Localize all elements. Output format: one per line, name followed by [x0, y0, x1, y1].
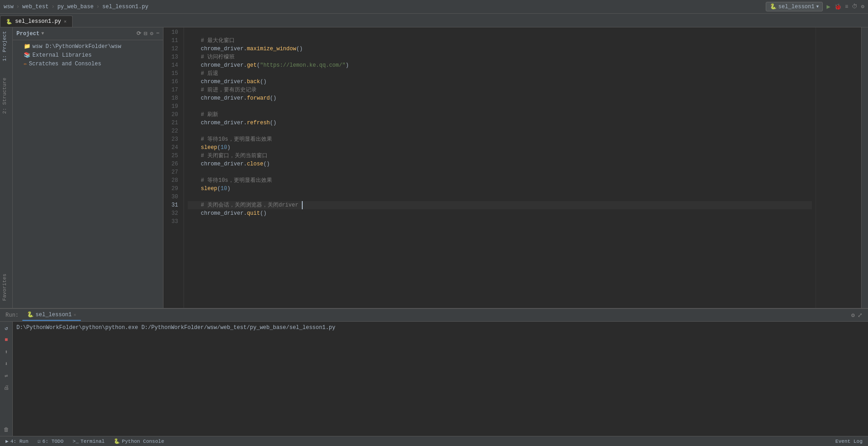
tab-label: sel_lesson1.py [15, 18, 61, 25]
breadcrumb-file[interactable]: sel_lesson1.py [102, 4, 148, 10]
status-todo[interactable]: ☑ 6: TODO [36, 438, 65, 444]
right-scrollbar[interactable] [861, 27, 868, 308]
code-line-25: # 关闭窗口，关闭当前窗口 [188, 152, 812, 160]
line-numbers: 10 11 12 13 14 15 16 17 18 19 20 21 22 2… [163, 27, 184, 308]
run-icon: ▶ [5, 438, 9, 444]
run-config-name: sel_lesson1 [779, 4, 815, 10]
code-line-13: # 访问柠檬班 [188, 53, 812, 61]
folder-icon: 📁 [24, 43, 31, 50]
code-content[interactable]: # 最大化窗口 chrome_driver.maximize_window() … [184, 27, 815, 308]
run-tab-close[interactable]: ✕ [74, 312, 76, 318]
event-log-label: Event Log [836, 439, 863, 444]
project-collapse-icon[interactable]: ⊟ [144, 30, 147, 37]
terminal-area[interactable]: D:\PythonWorkFolder\python\python.exe D:… [13, 322, 868, 436]
status-run[interactable]: ▶ 4: Run [4, 438, 30, 444]
stop-icon[interactable]: ■ [2, 335, 11, 345]
code-line-12: chrome_driver.maximize_window() [188, 45, 812, 53]
line-num-19: 19 [167, 102, 180, 111]
sidebar-item-favorites[interactable]: Favorites [0, 270, 12, 304]
line-num-31: 31 [167, 201, 180, 209]
left-activity-bar: 1: Project 2: Structure Favorites [0, 27, 13, 308]
bottom-panel-icons: ⚙ ⤢ [851, 312, 866, 319]
debug-button[interactable]: 🐞 [834, 3, 842, 11]
project-sync-icon[interactable]: ⟳ [137, 30, 141, 37]
code-editor[interactable]: 10 11 12 13 14 15 16 17 18 19 20 21 22 2… [163, 27, 868, 308]
status-bar-right: Event Log [834, 439, 864, 444]
tree-item-scratches[interactable]: ✏ Scratches and Consoles [13, 59, 163, 68]
run-tab-icon: 🐍 [27, 311, 34, 318]
soft-wrap-icon[interactable]: ⇌ [2, 371, 11, 380]
breadcrumb-wsw[interactable]: wsw [4, 4, 14, 10]
line-num-21: 21 [167, 119, 180, 127]
breadcrumb-web_test[interactable]: web_test [22, 4, 49, 10]
print-icon[interactable]: 🖨 [2, 383, 11, 392]
line-num-11: 11 [167, 37, 180, 45]
bottom-sidebar: ↺ ■ ⬆ ⬇ ⇌ 🖨 🗑 [0, 322, 13, 436]
run-config-icon: 🐍 [770, 3, 777, 10]
project-minimize-icon[interactable]: − [156, 30, 159, 37]
scroll-bottom-icon[interactable]: ⬇ [2, 359, 11, 368]
line-num-12: 12 [167, 45, 180, 53]
editor-area: 10 11 12 13 14 15 16 17 18 19 20 21 22 2… [163, 27, 868, 308]
coverage-button[interactable]: ≡ [845, 4, 848, 10]
breadcrumbs: wsw › web_test › py_web_base › sel_lesso… [4, 4, 148, 10]
scroll-top-icon[interactable]: ⬆ [2, 347, 11, 356]
project-tree: 📁 wsw D:\PythonWorkFolder\wsw 📚 External… [13, 40, 163, 308]
code-line-28: # 等待10s，更明显看出效果 [188, 176, 812, 185]
code-line-10 [188, 28, 812, 37]
breadcrumb-py_web_base[interactable]: py_web_base [58, 4, 94, 10]
project-panel: Project ▼ ⟳ ⊟ ⚙ − 📁 wsw D:\PythonWorkFol… [13, 27, 163, 308]
tree-item-wsw[interactable]: 📁 wsw D:\PythonWorkFolder\wsw [13, 42, 163, 51]
sidebar-item-structure[interactable]: 2: Structure [0, 74, 12, 117]
settings-icon[interactable]: ⚙ [851, 312, 855, 319]
line-num-15: 15 [167, 69, 180, 78]
code-line-23: # 等待10s，更明显看出效果 [188, 135, 812, 143]
code-line-33 [188, 218, 812, 226]
line-num-16: 16 [167, 78, 180, 86]
line-num-14: 14 [167, 61, 180, 69]
code-line-32: chrome_driver.quit() [188, 209, 812, 218]
minimap [815, 27, 861, 308]
status-terminal[interactable]: >_ Terminal [71, 439, 106, 444]
project-header-actions: ⟳ ⊟ ⚙ − [137, 30, 159, 37]
line-num-27: 27 [167, 168, 180, 176]
status-bar-left: ▶ 4: Run ☑ 6: TODO >_ Terminal 🐍 Python … [4, 438, 166, 444]
code-line-21: chrome_driver.refresh() [188, 119, 812, 127]
python-console-label: Python Console [122, 439, 164, 444]
run-label: Run: [2, 312, 22, 319]
clear-icon[interactable]: 🗑 [2, 425, 11, 434]
run-config[interactable]: 🐍 sel_lesson1 ▼ [766, 2, 823, 11]
code-line-26: chrome_driver.close() [188, 160, 812, 168]
tab-sel-lesson1-run[interactable]: 🐍 sel_lesson1 ✕ [22, 309, 81, 321]
dropdown-icon: ▼ [816, 5, 819, 9]
profile-button[interactable]: ⏱ [852, 3, 857, 10]
scratches-icon: ✏ [24, 60, 27, 67]
line-num-10: 10 [167, 28, 180, 37]
rerun-icon[interactable]: ↺ [2, 324, 11, 333]
tree-item-external-libraries[interactable]: 📚 External Libraries [13, 51, 163, 59]
terminal-label: Terminal [80, 439, 105, 444]
status-python-console[interactable]: 🐍 Python Console [112, 438, 166, 444]
settings-button[interactable]: ⚙ [861, 3, 864, 10]
code-line-11: # 最大化窗口 [188, 37, 812, 45]
run-button[interactable]: ▶ [826, 3, 830, 11]
python-file-icon: 🐍 [6, 19, 12, 25]
project-dropdown-icon[interactable]: ▼ [41, 31, 44, 36]
code-line-24: sleep(10) [188, 143, 812, 152]
code-line-31: # 关闭会话，关闭浏览器，关闭driver [188, 201, 812, 209]
tab-sel-lesson1[interactable]: 🐍 sel_lesson1.py ✕ [0, 16, 73, 27]
status-event-log[interactable]: Event Log [834, 439, 864, 444]
expand-icon[interactable]: ⤢ [857, 312, 863, 319]
tab-close-button[interactable]: ✕ [64, 19, 67, 24]
main-content: 1: Project 2: Structure Favorites Projec… [0, 27, 868, 308]
line-num-33: 33 [167, 218, 180, 226]
line-num-17: 17 [167, 86, 180, 94]
tree-item-scratches-label: Scratches and Consoles [29, 61, 101, 67]
sidebar-item-project[interactable]: 1: Project [0, 27, 12, 65]
bottom-content: ↺ ■ ⬆ ⬇ ⇌ 🖨 🗑 D:\PythonWorkFolder\python… [0, 322, 868, 436]
tree-item-wsw-label: wsw D:\PythonWorkFolder\wsw [32, 43, 121, 50]
line-num-28: 28 [167, 176, 180, 185]
project-title: Project [16, 31, 39, 37]
project-header: Project ▼ ⟳ ⊟ ⚙ − [13, 27, 163, 40]
project-gear-icon[interactable]: ⚙ [150, 30, 153, 37]
